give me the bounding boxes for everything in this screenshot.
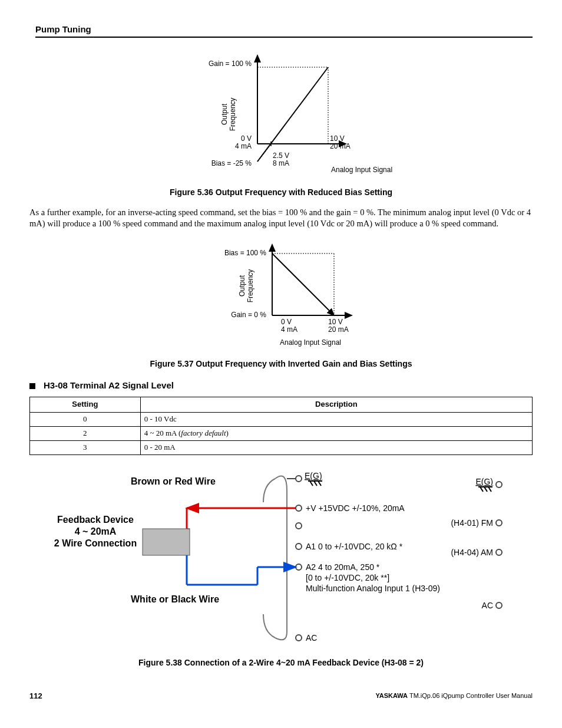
table-row: 0 0 - 10 Vdc <box>30 413 533 427</box>
origin-v: 0 V <box>241 134 252 143</box>
y-label-frequency: Frequency <box>246 269 254 302</box>
end-ma: 20 mA <box>328 325 349 334</box>
fm-label: (H4-01) FM <box>451 518 493 528</box>
table-row: 3 0 - 20 mA <box>30 441 533 455</box>
footer-doc: YASKAWA TM.iQp.06 iQpump Controller User… <box>375 691 533 701</box>
cell-desc: 4 ~ 20 mA (factory default) <box>140 427 532 441</box>
figure-5-37: Bias = 100 % Gain = 0 % 0 V 4 mA 10 V 20… <box>29 239 533 354</box>
a1-label: A1 0 to +/-10VDC, 20 kΩ * <box>306 542 403 551</box>
settings-table: Setting Description 0 0 - 10 Vdc 2 4 ~ 2… <box>29 397 533 455</box>
bias-label: Bias = -25 % <box>211 159 252 167</box>
figure-5-38: E(G) Brown or Red Wire Feedback Device 4… <box>29 467 533 653</box>
ground-icon <box>308 481 322 486</box>
feedback-device-line3: 2 Wire Connection <box>54 538 137 548</box>
svg-line-22 <box>318 481 321 486</box>
ac-right-label: AC <box>482 601 493 610</box>
a2-line3: Multi-function Analog Input 1 (H3-09) <box>306 584 440 593</box>
plus-v-label: +V +15VDC +/-10%, 20mA <box>306 503 405 513</box>
cell-setting: 2 <box>30 427 141 441</box>
section-heading: H3-08 Terminal A2 Signal Level <box>29 380 533 391</box>
a2-line2: [0 to +/-10VDC, 20k **] <box>306 573 389 582</box>
end-v: 10 V <box>328 318 343 326</box>
body-paragraph: As a further example, for an inverse-act… <box>29 207 533 229</box>
cell-setting: 3 <box>30 441 141 455</box>
svg-point-13 <box>296 505 302 511</box>
y-label-output: Output <box>220 103 229 125</box>
page-number: 112 <box>29 691 42 701</box>
section-heading-text: H3-08 Terminal A2 Signal Level <box>44 380 174 390</box>
cell-desc: 0 - 20 mA <box>140 441 532 455</box>
svg-line-36 <box>480 487 483 492</box>
x-axis-label: Analog Input Signal <box>331 166 392 174</box>
feedback-device-line1: Feedback Device <box>57 515 134 525</box>
ground-icon-right <box>478 487 492 492</box>
brown-red-wire-label: Brown or Red Wire <box>131 476 216 486</box>
am-label: (H4-04) AM <box>451 548 493 557</box>
gain-label: Gain = 100 % <box>209 60 252 68</box>
page-footer: 112 YASKAWA TM.iQp.06 iQpump Controller … <box>29 691 533 701</box>
white-black-wire-label: White or Black Wire <box>131 594 219 604</box>
eg-label: E(G) <box>305 471 322 480</box>
svg-line-21 <box>314 481 317 486</box>
feedback-device-line2: 4 ~ 20mA <box>75 526 117 536</box>
y-label-frequency: Frequency <box>229 97 237 131</box>
svg-point-32 <box>496 520 502 526</box>
figure-5-37-caption: Figure 5.37 Output Frequency with Invert… <box>29 358 533 369</box>
mid-ma: 8 mA <box>273 159 289 167</box>
svg-point-31 <box>496 482 502 487</box>
cell-setting: 0 <box>30 413 141 427</box>
ac-label: AC <box>306 633 317 643</box>
eg-right-label: E(G) <box>475 477 493 486</box>
svg-rect-25 <box>143 529 190 555</box>
x-axis-label: Analog Input Signal <box>280 338 341 347</box>
svg-point-34 <box>496 602 502 608</box>
mid-v: 2.5 V <box>273 151 289 160</box>
svg-point-16 <box>296 564 302 570</box>
svg-point-14 <box>296 523 302 529</box>
svg-line-37 <box>484 487 487 492</box>
svg-line-20 <box>310 481 313 486</box>
bullet-icon <box>29 383 35 389</box>
page-header: Pump Tuning <box>35 24 533 38</box>
svg-point-15 <box>296 543 302 549</box>
figure-5-36: Gain = 100 % Bias = -25 % 0 V 4 mA 2.5 V… <box>29 50 533 182</box>
origin-v: 0 V <box>281 318 292 326</box>
th-description: Description <box>140 397 532 413</box>
y-label-output: Output <box>238 275 246 297</box>
a2-line1: A2 4 to 20mA, 250 * <box>306 562 380 572</box>
svg-point-33 <box>496 549 502 555</box>
figure-5-36-caption: Figure 5.36 Output Frequency with Reduce… <box>29 187 533 197</box>
cell-desc: 0 - 10 Vdc <box>140 413 532 427</box>
table-row: 2 4 ~ 20 mA (factory default) <box>30 427 533 441</box>
end-ma: 20 mA <box>330 142 351 150</box>
end-v: 10 V <box>330 134 345 143</box>
gain-label: Gain = 0 % <box>231 311 266 319</box>
svg-line-4 <box>257 67 328 162</box>
origin-ma: 4 mA <box>235 142 252 150</box>
figure-5-38-caption: Figure 5.38 Connection of a 2-Wire 4~20 … <box>29 657 533 668</box>
svg-line-11 <box>272 253 334 315</box>
svg-line-38 <box>488 487 491 492</box>
th-setting: Setting <box>30 397 141 413</box>
origin-ma: 4 mA <box>281 325 297 334</box>
svg-point-17 <box>296 635 302 641</box>
bias-label: Bias = 100 % <box>224 249 266 257</box>
svg-point-12 <box>296 476 302 482</box>
